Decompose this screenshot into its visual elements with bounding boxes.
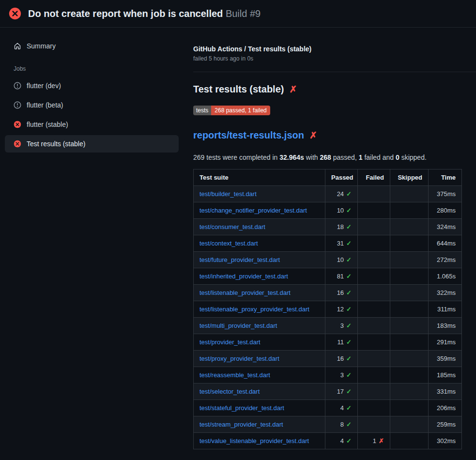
time-cell: 183ms [429,318,462,334]
column-header-skipped: Skipped [390,169,429,186]
table-row: test/stateful_provider_test.dart 4✓ 206m… [194,400,462,416]
passed-cell: 12✓ [325,301,358,318]
skipped-cell [390,285,429,301]
sidebar-job-item[interactable]: Test results (stable) [5,135,179,153]
x-circle-icon [14,121,21,128]
summary-text: 269 tests were completed in [193,153,279,161]
suite-cell: test/builder_test.dart [194,186,325,202]
sidebar-job-item[interactable]: flutter (beta) [5,96,179,114]
x-icon: ✗ [379,437,384,445]
passed-cell: 81✓ [325,268,358,285]
passed-count: 11 [338,338,344,346]
passed-cell: 16✓ [325,285,358,301]
check-icon: ✓ [346,388,352,395]
passed-cell: 24✓ [325,186,358,202]
passed-count: 3 [340,322,344,329]
sidebar-job-item[interactable]: flutter (dev) [5,77,179,94]
skipped-cell [390,334,429,351]
test-suite-link[interactable]: test/change_notifier_provider_test.dart [200,207,307,214]
check-icon: ✓ [346,273,352,280]
check-icon: ✓ [346,207,352,214]
time-cell: 375ms [429,186,462,202]
summary-text: passed, [331,153,359,161]
failed-cell: 1✗ [358,433,390,449]
build-number: Build #9 [226,8,261,19]
time-cell: 302ms [429,433,462,449]
suite-cell: test/multi_provider_test.dart [194,318,325,334]
sidebar-summary-label: Summary [27,42,56,50]
suite-cell: test/consumer_test.dart [194,219,325,235]
failed-cell [358,285,390,301]
report-file-link[interactable]: reports/test-results.json [193,130,304,141]
suite-cell: test/selector_test.dart [194,383,325,400]
table-row: test/change_notifier_provider_test.dart … [194,202,462,219]
test-suite-link[interactable]: test/reassemble_test.dart [200,371,270,379]
alert-circle-icon [14,82,21,90]
test-suite-link[interactable]: test/listenable_proxy_provider_test.dart [200,306,309,313]
skipped-cell [390,235,429,252]
sidebar-item-summary[interactable]: Summary [5,37,179,55]
column-header-failed: Failed [358,169,390,186]
results-table-body: test/builder_test.dart 24✓ 375ms test/ch… [194,186,462,449]
check-icon: ✓ [346,223,352,230]
test-suite-link[interactable]: test/context_test.dart [200,240,258,247]
job-label: flutter (dev) [27,82,61,90]
suite-cell: test/listenable_proxy_provider_test.dart [194,301,325,318]
section-title-text: Test results (stable) [193,84,284,95]
test-suite-link[interactable]: test/selector_test.dart [200,388,260,395]
skipped-cell [390,252,429,268]
passed-cell: 4✓ [325,433,358,449]
test-suite-link[interactable]: test/consumer_test.dart [200,223,265,230]
time-cell: 324ms [429,219,462,235]
test-suite-link[interactable]: test/stream_provider_test.dart [200,421,283,428]
table-row: test/selector_test.dart 17✓ 331ms [194,383,462,400]
failed-cell [358,383,390,400]
time-cell: 644ms [429,235,462,252]
table-row: test/context_test.dart 31✓ 644ms [194,235,462,252]
passed-count: 10 [337,256,344,263]
summary-failed-count: 1 [359,153,363,161]
sidebar-job-item[interactable]: flutter (stable) [5,116,179,133]
skipped-cell [390,202,429,219]
passed-count: 12 [337,306,344,313]
check-icon: ✓ [346,240,352,247]
build-title: Do not create report when job is cancell… [28,8,223,19]
skipped-cell [390,416,429,433]
page-title: Do not create report when job is cancell… [28,8,261,19]
passed-cell: 11✓ [325,334,358,351]
test-suite-link[interactable]: test/stateful_provider_test.dart [200,404,284,412]
passed-count: 4 [340,404,344,412]
check-icon: ✓ [346,289,352,296]
table-header-row: Test suite Passed Failed Skipped Time [194,169,462,186]
main-content: GitHub Actions / Test results (stable) f… [185,28,476,449]
build-header: Do not create report when job is cancell… [0,0,476,28]
test-suite-link[interactable]: test/multi_provider_test.dart [200,322,277,329]
time-cell: 311ms [429,301,462,318]
failed-cell [358,334,390,351]
passed-count: 16 [337,289,344,296]
time-cell: 359ms [429,351,462,367]
test-suite-link[interactable]: test/proxy_provider_test.dart [200,355,279,362]
failed-cell [358,202,390,219]
test-suite-link[interactable]: test/builder_test.dart [200,190,257,198]
tests-status-badge: tests 268 passed, 1 failed [193,106,270,115]
check-icon: ✓ [346,190,352,198]
test-suite-link[interactable]: test/listenable_provider_test.dart [200,289,291,296]
suite-cell: test/proxy_provider_test.dart [194,351,325,367]
test-suite-link[interactable]: test/provider_test.dart [200,338,261,346]
check-icon: ✓ [346,355,352,362]
passed-count: 18 [337,223,344,230]
skipped-cell [390,301,429,318]
test-suite-link[interactable]: test/value_listenable_provider_test.dart [200,437,309,445]
test-suite-link[interactable]: test/inherited_provider_test.dart [200,273,288,280]
failed-cell [358,219,390,235]
table-row: test/listenable_provider_test.dart 16✓ 3… [194,285,462,301]
test-suite-link[interactable]: test/future_provider_test.dart [200,256,280,263]
failed-cell [358,367,390,383]
suite-cell: test/value_listenable_provider_test.dart [194,433,325,449]
run-meta: failed 5 hours ago in 0s [193,55,476,62]
summary-skipped-count: 0 [396,153,399,161]
passed-count: 10 [337,207,344,214]
skipped-cell [390,268,429,285]
passed-count: 3 [340,371,344,379]
